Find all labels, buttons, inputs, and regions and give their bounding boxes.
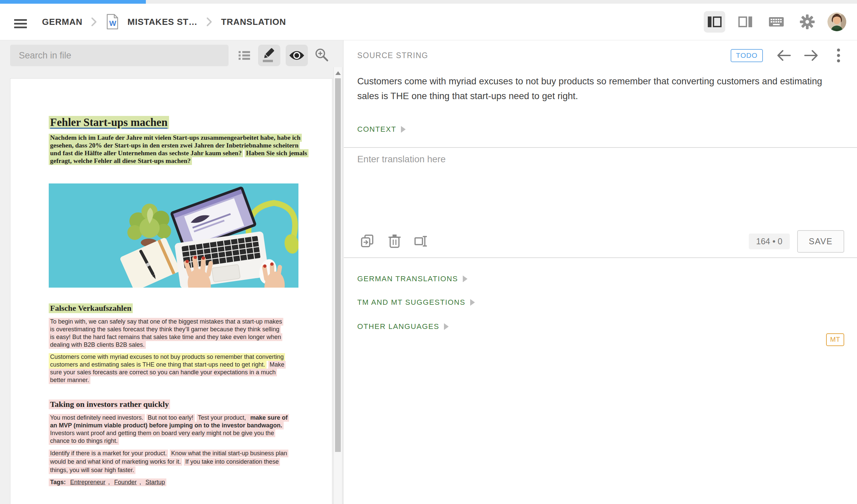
file-progress-bar: [0, 0, 857, 4]
breadcrumb-language[interactable]: GERMAN: [42, 17, 82, 27]
desk-photo: [49, 183, 299, 288]
clear-translation-button[interactable]: [384, 232, 405, 251]
divider: [344, 147, 857, 148]
document-paragraph: You most definitely need investors. But …: [49, 414, 308, 445]
document-paragraph: To begin with, we can safely say that on…: [49, 318, 308, 349]
expand-triangle-icon: [444, 323, 449, 330]
source-string-label: SOURCE STRING: [357, 51, 428, 60]
document-paragraph: Nachdem ich im Laufe der Jahre mit viele…: [49, 134, 308, 165]
document-scrollbar[interactable]: [333, 67, 342, 504]
tag-link-startup[interactable]: Startup: [144, 478, 166, 486]
mt-badge: MT: [826, 333, 844, 346]
translation-textarea[interactable]: [357, 154, 848, 224]
document-heading: Falsche Verkaufszahlen: [49, 304, 308, 313]
edit-mode-button[interactable]: [258, 45, 280, 66]
tag-link-entrepreneur[interactable]: Entrepreneur: [69, 478, 107, 486]
zoom-in-icon[interactable]: [314, 47, 330, 65]
keyboard-shortcuts-icon[interactable]: [766, 11, 787, 33]
document-heading: Fehler Start-ups machen: [49, 116, 308, 129]
document-content: Fehler Start-ups machenNachdem ich im La…: [11, 79, 332, 486]
layout-right-panel-button[interactable]: [735, 11, 756, 33]
word-document-icon: W: [106, 14, 119, 30]
document-paragraph: Customers come with myriad excuses to no…: [49, 353, 308, 384]
translation-panel: SOURCE STRING TODO Customers come with m…: [344, 40, 857, 504]
breadcrumb: GERMAN W MISTAKES ST… TRANSLATION: [42, 4, 286, 40]
document-paragraph: Identify if there is a market for your p…: [49, 449, 308, 474]
section-label: TM AND MT SUGGESTIONS: [357, 298, 466, 307]
expand-triangle-icon: [401, 126, 406, 133]
menu-icon[interactable]: [14, 16, 28, 31]
tag-link-founder[interactable]: Founder: [113, 478, 138, 486]
settings-gear-icon[interactable]: [796, 11, 818, 33]
strings-list-icon[interactable]: [237, 48, 251, 64]
progress-fill: [0, 0, 146, 4]
file-preview-panel: Fehler Start-ups machenNachdem ich im La…: [0, 40, 343, 504]
top-bar: GERMAN W MISTAKES ST… TRANSLATION: [0, 4, 857, 40]
chevron-right-icon: [91, 17, 97, 27]
search-in-file: [10, 45, 229, 66]
save-button[interactable]: SAVE: [797, 230, 844, 253]
section-label: OTHER LANGUAGES: [357, 322, 439, 331]
desk-photo-illustration: [49, 183, 299, 288]
breadcrumb-mode[interactable]: TRANSLATION: [221, 17, 286, 27]
status-badge: TODO: [730, 49, 763, 62]
expand-triangle-icon: [463, 275, 468, 282]
next-string-button[interactable]: [803, 49, 819, 62]
breadcrumb-file[interactable]: MISTAKES ST…: [128, 17, 197, 27]
scroll-up-arrow[interactable]: [335, 71, 341, 75]
previous-string-button[interactable]: [776, 49, 792, 62]
svg-text:W: W: [109, 19, 116, 28]
layout-left-panel-button[interactable]: [704, 11, 725, 33]
user-avatar[interactable]: [827, 13, 846, 31]
char-counter: 164 • 0: [749, 234, 790, 249]
context-expander[interactable]: CONTEXT: [357, 125, 406, 134]
other-languages-expander[interactable]: OTHER LANGUAGES: [357, 322, 449, 331]
select-text-button[interactable]: [411, 232, 432, 251]
german-translations-expander[interactable]: GERMAN TRANSLATIONS: [357, 274, 468, 283]
source-string-text: Customers come with myriad excuses to no…: [357, 74, 844, 103]
document-tags: Tags: Entrepreneur, Founder, Startup: [49, 479, 308, 486]
document-heading: Taking on investors rather quickly: [49, 400, 308, 409]
expand-triangle-icon: [470, 299, 475, 306]
translation-input-area: [357, 154, 848, 224]
tm-mt-suggestions-expander[interactable]: TM AND MT SUGGESTIONS: [357, 298, 475, 307]
document-page: Fehler Start-ups machenNachdem ich im La…: [10, 78, 332, 504]
scrollbar-thumb[interactable]: [335, 78, 341, 452]
divider: [344, 257, 857, 258]
more-options-icon[interactable]: [834, 49, 843, 62]
preview-eye-button[interactable]: [286, 45, 308, 66]
copy-source-button[interactable]: [357, 232, 378, 251]
context-label: CONTEXT: [357, 125, 396, 134]
section-label: GERMAN TRANSLATIONS: [357, 274, 458, 283]
search-input[interactable]: [10, 45, 229, 66]
chevron-right-icon: [206, 17, 213, 27]
